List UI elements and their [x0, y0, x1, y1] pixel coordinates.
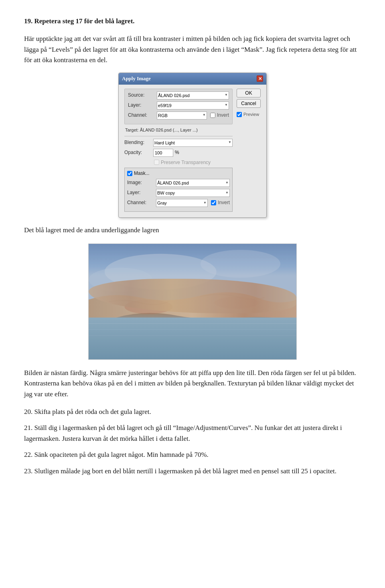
ok-button[interactable]: OK: [237, 89, 261, 97]
opacity-unit: %: [175, 149, 179, 156]
para2: Bilden är nästan färdig. Några smärre ju…: [24, 368, 361, 399]
step22-block: 22. Sänk opaciteten på det gula lagret n…: [24, 450, 361, 460]
mask-section: Mask... Image: ÅLAND 026.psd Layer:: [124, 168, 233, 212]
mask-invert-checkbox[interactable]: [211, 200, 216, 205]
preserve-checkbox: [154, 160, 159, 165]
layer-select[interactable]: e59f19: [157, 101, 229, 109]
preview-label: Preview: [237, 111, 261, 118]
step22-text: 22. Sänk opaciteten på det gula lagret n…: [24, 450, 361, 460]
svg-point-1: [105, 254, 217, 290]
mask-label-text: Mask...: [134, 170, 150, 177]
intro-paragraph: Här upptäckte jag att det var svårt att …: [24, 34, 361, 65]
cancel-button[interactable]: Cancel: [237, 99, 261, 108]
dialog-close-button[interactable]: ✕: [257, 75, 263, 82]
step21-block: 21. Ställ dig i lagermasken på det blå l…: [24, 423, 361, 444]
preserve-text: Preserve Transparency: [161, 159, 211, 166]
layer-select-wrapper: e59f19: [157, 101, 229, 109]
mask-channel-row: Channel: Gray Invert: [127, 199, 230, 207]
svg-rect-4: [89, 318, 296, 359]
channel-row: Channel: RGB Invert: [128, 112, 229, 120]
mask-image-select[interactable]: ÅLAND 026.psd: [156, 179, 230, 187]
preserve-label: Preserve Transparency: [154, 159, 211, 166]
source-section: Source: ÅLAND 026.psd Layer:: [124, 89, 233, 124]
preview-checkbox[interactable]: [237, 112, 242, 117]
mask-channel-label: Channel:: [127, 199, 156, 207]
mask-channel-select-wrapper: Gray: [156, 199, 208, 207]
channel-select[interactable]: RGB: [157, 112, 207, 120]
layer-label: Layer:: [128, 101, 157, 109]
invert-checkbox[interactable]: [210, 113, 215, 118]
mask-channel-select[interactable]: Gray: [156, 199, 208, 207]
dialog-left-panel: Source: ÅLAND 026.psd Layer:: [124, 89, 233, 212]
landscape-svg: [89, 244, 296, 359]
apply-image-dialog: Apply Image ✕ Source: ÅLAND 026.psd: [118, 73, 267, 217]
page-content: 19. Repetera steg 17 för det blå lagret.…: [24, 16, 361, 476]
opacity-row: Opacity: %: [124, 149, 233, 157]
dialog-titlebar: Apply Image ✕: [119, 73, 266, 84]
preview-text: Preview: [243, 111, 259, 118]
blending-select[interactable]: Hard Light: [153, 139, 233, 147]
source-label: Source:: [128, 91, 157, 99]
target-row: Target: ÅLAND 026.psd (..., Layer ...): [124, 127, 233, 134]
mask-invert-label: Invert: [211, 199, 230, 207]
blending-row: Blending: Hard Light: [124, 139, 233, 147]
mask-image-select-wrapper: ÅLAND 026.psd: [156, 179, 230, 187]
svg-point-3: [89, 268, 152, 292]
landscape-image-container: [24, 243, 361, 360]
mask-image-label: Image:: [127, 179, 156, 187]
channel-label: Channel:: [128, 112, 157, 119]
step23-text: 23. Slutligen målade jag bort en del blå…: [24, 466, 361, 476]
target-value: ÅLAND 026.psd (..., Layer ...): [140, 127, 198, 134]
opacity-input[interactable]: [153, 149, 173, 157]
step21-text: 21. Ställ dig i lagermasken på det blå l…: [24, 423, 361, 444]
svg-point-8: [125, 300, 173, 314]
mask-image-row: Image: ÅLAND 026.psd: [127, 179, 230, 187]
svg-rect-0: [89, 244, 296, 308]
step23-block: 23. Slutligen målade jag bort en del blå…: [24, 466, 361, 476]
mask-checkbox[interactable]: [127, 171, 132, 176]
landscape-image: [88, 243, 297, 360]
source-select[interactable]: ÅLAND 026.psd: [157, 91, 229, 99]
opacity-label: Opacity:: [124, 149, 153, 156]
mask-layer-label: Layer:: [127, 189, 156, 197]
source-select-wrapper: ÅLAND 026.psd: [157, 91, 229, 99]
image-caption: Det blå lagret med de andra underliggand…: [24, 225, 361, 235]
mask-layer-select[interactable]: BW copy: [156, 189, 230, 197]
dialog-buttons: OK Cancel Preview: [237, 89, 261, 212]
step20-block: 20. Skifta plats på det röda och det gul…: [24, 407, 361, 417]
preserve-row: Preserve Transparency: [124, 159, 233, 166]
blending-select-wrapper: Hard Light: [153, 139, 233, 147]
dialog-main-layout: Source: ÅLAND 026.psd Layer:: [124, 89, 261, 212]
layer-row: Layer: e59f19: [128, 101, 229, 109]
divider1: [124, 136, 233, 136]
invert-label: Invert: [217, 112, 229, 119]
step20-text: 20. Skifta plats på det röda och det gul…: [24, 407, 361, 417]
step19-heading: 19. Repetera steg 17 för det blå lagret.: [24, 16, 361, 26]
dialog-container: Apply Image ✕ Source: ÅLAND 026.psd: [24, 73, 361, 217]
dialog-title: Apply Image: [122, 75, 151, 83]
channel-select-wrapper: RGB: [157, 112, 207, 120]
mask-header: Mask...: [127, 170, 230, 177]
svg-point-2: [201, 250, 280, 278]
mask-layer-row: Layer: BW copy: [127, 189, 230, 197]
source-row: Source: ÅLAND 026.psd: [128, 91, 229, 99]
mask-invert-text: Invert: [218, 199, 230, 207]
mask-layer-select-wrapper: BW copy: [156, 189, 230, 197]
target-label: Target:: [125, 127, 139, 134]
invert-checkbox-label: Invert: [210, 112, 229, 119]
blending-label: Blending:: [124, 139, 153, 146]
svg-point-9: [215, 297, 259, 309]
